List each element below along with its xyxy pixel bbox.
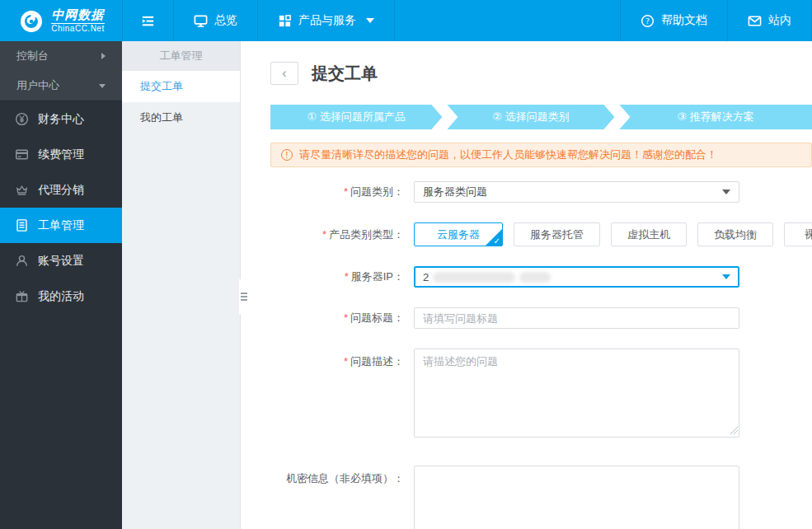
step-1: ① 选择问题所属产品 bbox=[270, 105, 442, 129]
issue-category-select[interactable]: 服务器类问题 bbox=[414, 181, 739, 203]
product-option-cloud-server[interactable]: 云服务器 ✓ bbox=[414, 222, 503, 246]
sidebar-item-user-center[interactable]: 用户中心 bbox=[0, 71, 122, 101]
redacted-ip-blur bbox=[519, 272, 551, 283]
redacted-ip-blur bbox=[433, 272, 515, 283]
sidebar-finance-label: 财务中心 bbox=[38, 112, 84, 127]
sidebar-item-activities[interactable]: 我的活动 bbox=[0, 279, 122, 314]
topbar: 中网数据 ChinaCC.Net 总览 产品与服务 bbox=[0, 0, 812, 41]
subnav-submit-ticket[interactable]: 提交工单 bbox=[122, 71, 240, 102]
envelope-icon bbox=[748, 14, 762, 28]
issue-category-value: 服务器类问题 bbox=[423, 185, 722, 199]
brand-name: 中网数据 bbox=[51, 8, 104, 24]
issue-title-label: *问题标题： bbox=[270, 311, 414, 325]
sidebar-account-label: 账号设置 bbox=[38, 254, 84, 269]
nav-help-docs[interactable]: ? 帮助文档 bbox=[620, 0, 727, 41]
sidebar-item-console[interactable]: 控制台 bbox=[0, 41, 122, 71]
brand-logo-icon bbox=[17, 7, 45, 35]
issue-desc-textarea[interactable] bbox=[414, 349, 739, 438]
issue-category-label: *问题类别： bbox=[270, 185, 414, 199]
sub-sidebar: 工单管理 提交工单 我的工单 bbox=[122, 41, 241, 529]
brand[interactable]: 中网数据 ChinaCC.Net bbox=[0, 0, 122, 41]
required-mark: * bbox=[344, 185, 348, 198]
product-type-options: 云服务器 ✓ 服务器托管 虚拟主机 负载均衡 裸金属 bbox=[414, 222, 812, 246]
svg-text:?: ? bbox=[645, 16, 650, 25]
server-ip-value: 2 bbox=[423, 271, 429, 283]
nav-help-label: 帮助文档 bbox=[661, 13, 707, 28]
grid-icon bbox=[278, 14, 292, 28]
chevron-right-icon bbox=[101, 53, 106, 59]
gift-icon bbox=[15, 289, 29, 303]
sidebar-user-center-label: 用户中心 bbox=[16, 78, 59, 93]
sidebar-agent-label: 代理分销 bbox=[38, 183, 84, 198]
sub-sidebar-title: 工单管理 bbox=[122, 41, 240, 71]
required-mark: * bbox=[344, 311, 348, 324]
server-ip-select[interactable]: 2 bbox=[414, 266, 739, 288]
product-option-bare-metal[interactable]: 裸金属 bbox=[784, 222, 812, 246]
page-title: 提交工单 bbox=[312, 63, 378, 85]
yen-circle-icon bbox=[15, 112, 29, 126]
secret-info-textarea[interactable] bbox=[414, 466, 739, 529]
back-button[interactable]: ‹ bbox=[270, 62, 298, 85]
topbar-spacer bbox=[394, 0, 620, 41]
card-icon bbox=[15, 147, 29, 162]
sidebar: 控制台 用户中心 财务中心 续费管理 bbox=[0, 41, 122, 529]
notice-banner: ! 请尽量清晰详尽的描述您的问题，以便工作人员能够快速帮您解决问题！感谢您的配合… bbox=[270, 143, 812, 167]
chevron-down-icon bbox=[722, 274, 730, 279]
sidebar-item-renewal[interactable]: 续费管理 bbox=[0, 137, 122, 172]
required-mark: * bbox=[344, 355, 348, 367]
check-icon: ✓ bbox=[494, 236, 500, 246]
sidebar-renewal-label: 续费管理 bbox=[38, 147, 84, 162]
collapse-sidebar-button[interactable] bbox=[122, 0, 173, 41]
main-content: ‹ 提交工单 ① 选择问题所属产品 ② 选择问题类别 ③ 推荐解决方案 ! 请尽… bbox=[241, 41, 812, 529]
step-2: ② 选择问题类别 bbox=[447, 105, 614, 129]
product-option-server-hosting[interactable]: 服务器托管 bbox=[514, 222, 600, 246]
server-ip-label: *服务器IP： bbox=[270, 269, 414, 284]
nav-products-services[interactable]: 产品与服务 bbox=[257, 0, 394, 41]
sidebar-item-agent[interactable]: 代理分销 bbox=[0, 172, 122, 208]
subnav-my-tickets[interactable]: 我的工单 bbox=[122, 102, 240, 133]
chevron-down-icon bbox=[99, 84, 106, 88]
user-icon bbox=[15, 254, 29, 268]
chevron-down-icon bbox=[366, 18, 374, 23]
issue-desc-label: *问题描述： bbox=[270, 349, 414, 369]
sidebar-tickets-label: 工单管理 bbox=[38, 218, 84, 233]
warning-icon: ! bbox=[281, 149, 293, 161]
document-icon bbox=[15, 218, 29, 232]
help-circle-icon: ? bbox=[641, 14, 655, 28]
product-option-load-balancer[interactable]: 负载均衡 bbox=[697, 222, 773, 246]
required-mark: * bbox=[345, 270, 349, 283]
issue-title-input[interactable] bbox=[414, 307, 739, 329]
nav-products-label: 产品与服务 bbox=[298, 13, 356, 28]
required-mark: * bbox=[322, 228, 326, 241]
step-3: ③ 推荐解决方案 bbox=[619, 105, 812, 129]
nav-overview-label: 总览 bbox=[214, 13, 237, 28]
crown-icon bbox=[15, 183, 29, 197]
brand-subtitle: ChinaCC.Net bbox=[51, 24, 104, 33]
product-type-label: *产品类别类型： bbox=[270, 227, 414, 242]
nav-site-mail-label: 站内 bbox=[768, 13, 791, 28]
sidebar-item-finance[interactable]: 财务中心 bbox=[0, 101, 122, 137]
secret-info-label: 机密信息（非必填项）： bbox=[270, 466, 414, 486]
monitor-icon bbox=[194, 14, 208, 28]
chevron-down-icon bbox=[722, 190, 730, 194]
sidebar-activities-label: 我的活动 bbox=[38, 289, 84, 304]
collapse-sidebar-icon bbox=[141, 14, 155, 28]
sidebar-item-account[interactable]: 账号设置 bbox=[0, 243, 122, 279]
steps-bar: ① 选择问题所属产品 ② 选择问题类别 ③ 推荐解决方案 bbox=[270, 105, 812, 129]
nav-overview[interactable]: 总览 bbox=[173, 0, 257, 41]
sidebar-item-tickets[interactable]: 工单管理 bbox=[0, 208, 122, 243]
nav-site-mail[interactable]: 站内 bbox=[727, 0, 812, 41]
product-option-virtual-host[interactable]: 虚拟主机 bbox=[611, 222, 687, 246]
notice-text: 请尽量清晰详尽的描述您的问题，以便工作人员能够快速帮您解决问题！感谢您的配合！ bbox=[299, 147, 717, 162]
sidebar-console-label: 控制台 bbox=[16, 49, 49, 63]
